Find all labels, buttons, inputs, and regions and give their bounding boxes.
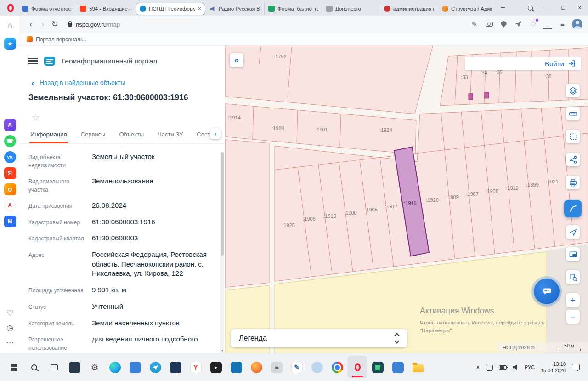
locate-tool-button[interactable] [566, 225, 580, 239]
sidebar-app-blue[interactable]: М [4, 216, 16, 227]
reload-button[interactable]: ↻ [49, 18, 61, 30]
taskbar-app-9[interactable] [307, 356, 327, 378]
scrollbar-thumb[interactable] [221, 152, 224, 256]
lock-icon[interactable] [68, 23, 72, 27]
browser-tab-active[interactable]: НСПД | Геоинформацион × [136, 3, 205, 15]
battery-icon[interactable] [499, 365, 507, 370]
parcel-label: :1924 [379, 127, 392, 133]
tray-expand-chevron[interactable]: ∧ [476, 364, 480, 370]
taskbar-search-button[interactable] [24, 356, 44, 378]
ruler-tool-button[interactable] [566, 107, 580, 120]
notification-center-icon[interactable] [572, 364, 580, 370]
layers-tool-button[interactable] [566, 84, 580, 97]
pip-tool-button[interactable] [566, 247, 580, 261]
opera-menu-button[interactable] [3, 0, 18, 16]
back-to-results-link[interactable]: ‹ Назад в найденные объекты [20, 67, 225, 86]
flow-icon[interactable] [512, 18, 525, 30]
print-tool-button[interactable] [566, 176, 580, 189]
shield-icon[interactable] [498, 18, 510, 30]
close-button[interactable]: × [571, 0, 588, 16]
taskbar-app-settings[interactable]: ⚙ [85, 356, 105, 378]
taskbar-app-11[interactable] [388, 356, 408, 378]
browser-tab-7[interactable]: администрация пес [380, 2, 438, 15]
new-tab-button[interactable]: + [496, 0, 510, 16]
tab-information[interactable]: Информация [30, 131, 67, 143]
task-view-button[interactable] [44, 356, 64, 378]
map-container[interactable]: :1792 :33 :34 :35 :38 :40 :1914 :1904 :1… [225, 46, 588, 353]
back-button[interactable]: ‹ [25, 18, 37, 30]
legend-bar[interactable]: Легенда [231, 329, 407, 347]
taskbar-app-6[interactable] [246, 356, 266, 378]
tab-label: Форма отчетности п [31, 6, 72, 11]
browser-tab-1[interactable]: Форма отчетности п [18, 2, 76, 15]
taskbar-app-3[interactable] [165, 356, 186, 378]
bookmark-item[interactable]: Портал персональ... [36, 36, 88, 43]
pinboard-icon[interactable]: ★ [4, 38, 16, 50]
login-label[interactable]: Войти [545, 60, 564, 68]
more-icon[interactable]: ⋯ [6, 338, 14, 347]
browser-tab-4[interactable]: Радио Русская Во [207, 2, 265, 15]
forward-button[interactable]: › [37, 18, 49, 30]
tab-close-icon[interactable]: × [198, 6, 201, 12]
sidebar-app-purple[interactable]: А [4, 119, 16, 131]
area-measure-tool-button[interactable] [566, 130, 580, 143]
panel-collapse-button[interactable]: « [230, 53, 243, 67]
taskbar-app-2[interactable] [125, 356, 145, 378]
address-bar[interactable]: nspd.gov.ru/map [68, 20, 468, 28]
downloads-icon[interactable]: ↓ [542, 18, 554, 30]
menu-hamburger-icon[interactable] [28, 58, 38, 64]
legend-toggle[interactable] [395, 334, 399, 343]
profile-avatar[interactable] [571, 18, 583, 30]
snapshot-icon[interactable]: ✎ [468, 18, 481, 30]
taskbar-app-7[interactable]: ≡ [266, 356, 287, 378]
tab-objects[interactable]: Объекты [119, 131, 144, 143]
taskbar-app-8[interactable]: ✎ [287, 356, 307, 378]
scrollbar-down-arrow[interactable]: ▾ [220, 349, 224, 353]
sidebar-app-orange[interactable] [4, 183, 16, 195]
favorite-star-icon[interactable]: ☆ [20, 102, 225, 123]
tab-parts[interactable]: Части ЗУ [158, 131, 183, 143]
camera-icon[interactable] [483, 18, 495, 30]
heart-icon[interactable]: ♡ [6, 308, 13, 318]
history-icon[interactable]: ◷ [6, 323, 13, 333]
minimize-button[interactable]: — [538, 0, 555, 16]
whatsapp-icon[interactable]: ☎ [4, 135, 16, 147]
taskbar-app-edge[interactable] [105, 356, 125, 378]
taskbar-app-yandex[interactable]: Y [186, 356, 206, 378]
sidebar-app-avito[interactable]: А [4, 199, 16, 211]
search-area-tool-button[interactable] [566, 270, 580, 284]
home-icon[interactable]: ⌂ [4, 19, 16, 31]
network-icon[interactable] [486, 365, 493, 370]
vk-icon[interactable]: VK [4, 151, 16, 163]
taskbar-app-4[interactable]: ▸ [206, 356, 226, 378]
maximize-button[interactable]: □ [555, 0, 571, 16]
start-button[interactable] [4, 356, 24, 378]
taskbar-app-explorer[interactable] [408, 356, 428, 378]
panel-scrollbar[interactable]: ▾ [220, 152, 224, 353]
taskbar-app-opera-active[interactable] [347, 356, 368, 378]
volume-icon[interactable] [513, 364, 519, 370]
share-tool-button[interactable] [566, 153, 580, 166]
language-indicator[interactable]: РУС [525, 364, 535, 370]
taskbar-app-telegram[interactable] [145, 356, 165, 378]
browser-tab-5[interactable]: Форма_балло_гекта [265, 2, 322, 15]
taskbar-app-10[interactable]: ▦ [368, 356, 388, 378]
taskbar-app-chrome[interactable] [327, 356, 347, 378]
login-bar[interactable]: Войти [465, 57, 581, 70]
bookmark-heart-icon[interactable]: ♡ [527, 18, 539, 30]
zoom-in-button[interactable]: + [566, 293, 580, 307]
chat-support-button[interactable] [534, 279, 560, 304]
audio-playing-icon[interactable] [210, 6, 216, 11]
clock[interactable]: 13:10 15.04.2026 [541, 361, 566, 374]
yandex-icon[interactable]: Я [4, 167, 16, 179]
tab-services[interactable]: Сервисы [81, 131, 106, 143]
tabs-scroll-next-button[interactable]: › [210, 128, 221, 139]
tab-search-button[interactable] [522, 0, 538, 16]
browser-tab-2[interactable]: 594 - Входящие — Я [76, 2, 134, 15]
taskbar-app-1[interactable] [64, 356, 85, 378]
draw-tool-button-active[interactable] [564, 200, 582, 217]
browser-tab-8[interactable]: Структура / Админи [438, 2, 496, 15]
taskbar-app-5[interactable] [226, 356, 246, 378]
panels-icon[interactable]: ≡ [556, 18, 569, 30]
browser-tab-6[interactable]: Донэнерго [322, 2, 380, 15]
